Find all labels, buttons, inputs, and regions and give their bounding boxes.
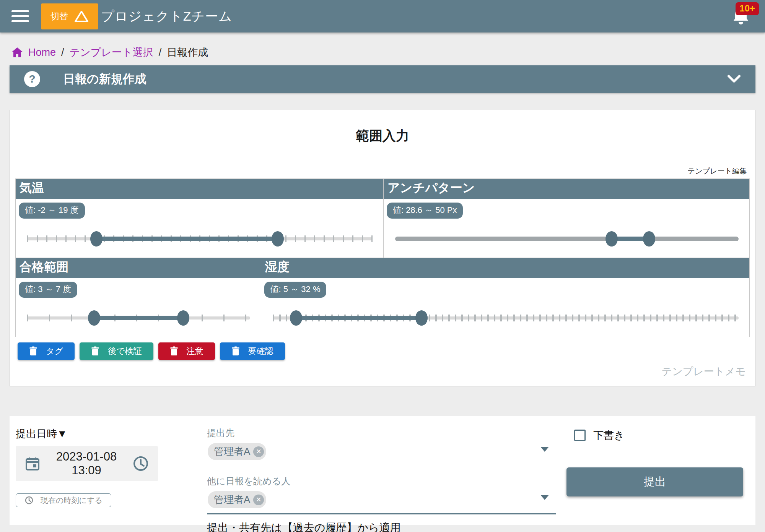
range-input-panel: 範囲入力 テンプレート編集 気温 値: -2 ～ 19 度 アンチパターン 値:… [10,110,755,386]
range-slider [27,311,250,325]
slider-handle-min[interactable] [88,310,100,326]
recipient-column: 提出先 管理者A ✕ 他に日報を読める人 管理者A ✕ 提出・共有先は【過去の履… [207,427,556,525]
template-memo-label: テンプレートメモ [15,360,750,380]
dropdown-arrow-icon[interactable] [540,495,549,500]
notification-count-badge: 10+ [736,2,759,15]
slider-section: 合格範囲 値: 3 ～ 7 度 [16,258,261,337]
template-edit-link[interactable]: テンプレート編集 [688,167,747,175]
range-slider [273,311,739,325]
draft-checkbox[interactable] [574,430,586,441]
slider-fill [94,316,183,320]
tag-button[interactable]: タグ [18,342,75,360]
report-create-title: 日報の新規作成 [63,71,146,87]
slider-section: 湿度 値: 5 ～ 32 % [261,258,749,337]
breadcrumb-separator: / [61,47,64,58]
chevron-down-icon[interactable] [727,75,741,84]
help-icon[interactable]: ? [24,71,40,87]
home-icon [11,47,23,58]
slider-section-title: アンチパターン [384,179,749,199]
submit-button[interactable]: 提出 [566,467,743,496]
datetime-picker[interactable]: 2023-01-08 13:09 [16,446,158,481]
report-create-header[interactable]: ? 日報の新規作成 [10,65,755,93]
tag-button-label: 後で検証 [108,345,142,357]
notification-bell-button[interactable]: 10+ [731,5,753,28]
set-current-time-label: 現在の時刻にする [41,495,103,506]
app-bar: 切替 プロジェクトZチーム 10+ [0,0,765,32]
trash-icon [91,346,99,356]
breadcrumb-current-page: 日報作成 [167,45,208,59]
slider-section: アンチパターン 値: 28.6 ～ 50 Px [383,179,749,258]
tag-button-row: タグ 後で検証 注意 要確認 [18,342,750,360]
readers-field[interactable]: 他に日報を読める人 管理者A ✕ [207,475,556,514]
set-current-time-button[interactable]: 現在の時刻にする [16,493,111,507]
submit-column: 下書き 提出 [566,427,746,525]
slider-fill [296,316,422,320]
share-note: 提出・共有先は【過去の履歴】から適用 [207,514,556,532]
tag-button[interactable]: 後で検証 [80,342,153,360]
slider-grid: 気温 値: -2 ～ 19 度 アンチパターン 値: 28.6 ～ 50 Px [15,178,750,337]
calendar-icon [25,456,40,471]
switch-button[interactable]: 切替 [41,3,98,29]
slider-section: 気温 値: -2 ～ 19 度 [16,179,383,258]
range-slider [395,232,739,246]
trash-icon [170,346,178,356]
slider-value-badge: 値: 3 ～ 7 度 [19,282,77,298]
tag-button[interactable]: 注意 [158,342,215,360]
breadcrumb: Home / テンプレート選択 / 日報作成 [0,32,765,65]
trash-icon [231,346,240,356]
chip-remove-icon[interactable]: ✕ [253,495,264,505]
tag-button-label: 要確認 [248,345,273,357]
app-title: プロジェクトZチーム [101,8,232,25]
recipient-chip-label: 管理者A [214,445,250,458]
submit-to-field[interactable]: 提出先 管理者A ✕ [207,427,556,465]
datetime-column: 提出日時▼ 2023-01-08 13:09 [16,427,165,525]
slider-row-1: 気温 値: -2 ～ 19 度 アンチパターン 値: 28.6 ～ 50 Px [16,179,749,258]
datetime-label[interactable]: 提出日時▼ [16,427,165,441]
submit-to-label: 提出先 [207,427,556,439]
slider-value-badge: 値: 5 ～ 32 % [264,282,327,298]
datetime-value: 2023-01-08 13:09 [50,450,123,477]
slider-handle-max[interactable] [415,310,428,326]
slider-fill [96,237,278,241]
slider-handle-max[interactable] [643,231,655,247]
slider-handle-min[interactable] [290,310,302,326]
switch-button-label: 切替 [50,10,68,22]
tag-button[interactable]: 要確認 [220,342,285,360]
hamburger-menu-icon[interactable] [11,10,29,22]
slider-handle-min[interactable] [605,231,618,247]
breadcrumb-template-select-link[interactable]: テンプレート選択 [70,45,153,59]
tag-button-label: 注意 [187,345,203,357]
slider-section-title: 湿度 [261,258,749,278]
chip-remove-icon[interactable]: ✕ [253,446,264,457]
range-slider [27,232,373,246]
warning-triangle-icon [74,10,89,23]
recipient-chip: 管理者A ✕ [208,443,266,460]
submit-panel: 提出日時▼ 2023-01-08 13:09 [10,416,755,525]
slider-row-2: 合格範囲 値: 3 ～ 7 度 湿度 値: 5 ～ 32 % [16,258,749,337]
slider-track[interactable] [395,237,739,241]
slider-section-title: 気温 [16,179,383,199]
slider-handle-max[interactable] [177,310,189,326]
slider-handle-min[interactable] [90,231,103,247]
clock-icon[interactable] [133,456,149,472]
trash-icon [29,346,37,356]
dropdown-arrow-icon[interactable] [540,447,549,452]
draft-label: 下書き [593,428,625,442]
reader-chip: 管理者A ✕ [208,491,266,508]
clock-small-icon [24,496,34,505]
tag-button-label: タグ [46,345,63,357]
breadcrumb-separator: / [159,47,162,58]
slider-section-title: 合格範囲 [16,258,261,278]
readers-label: 他に日報を読める人 [207,475,556,487]
slider-value-badge: 値: 28.6 ～ 50 Px [387,203,463,219]
breadcrumb-home-link[interactable]: Home [28,47,56,58]
reader-chip-label: 管理者A [214,493,250,506]
slider-value-badge: 値: -2 ～ 19 度 [19,203,85,219]
panel-title: 範囲入力 [15,110,750,145]
slider-handle-max[interactable] [272,231,284,247]
